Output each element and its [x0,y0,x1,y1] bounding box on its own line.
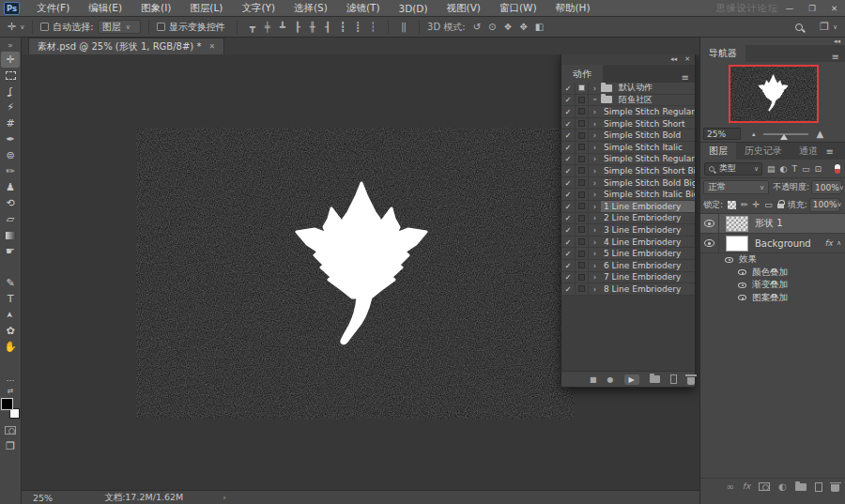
healing-brush-tool[interactable]: ⊜ [0,147,21,163]
layer-row-shape1[interactable]: 形状 1 [700,214,845,234]
panel-tab[interactable]: 通道 [791,143,826,160]
delete-layer-icon[interactable] [831,484,839,492]
zoom-slider-thumb[interactable] [780,134,788,140]
magic-wand-tool[interactable]: ⚡ [0,99,21,115]
record-button[interactable]: ● [607,375,614,384]
panel-tab[interactable]: 图层 [700,143,736,160]
new-layer-icon[interactable] [815,482,822,492]
action-dialog-toggle[interactable] [576,213,589,224]
collapse-dock-icon[interactable]: ◂◂ [834,38,840,45]
action-check-icon[interactable]: ✓ [561,165,576,176]
fill-input[interactable]: 100% ∨ [809,198,840,212]
eye-icon[interactable] [738,283,746,288]
new-set-button[interactable] [650,375,660,383]
action-check-icon[interactable]: ✓ [561,237,576,248]
action-row[interactable]: ✓ › Simple Stitch Regular [561,106,695,118]
menu-item[interactable]: 文件(F) [27,0,79,17]
minimize-button[interactable]: — [778,4,802,13]
lock-image-pixels-icon[interactable]: ✏ [741,201,748,209]
crop-tool[interactable]: # [0,115,21,131]
layer-thumbnail[interactable] [726,216,748,232]
type-tool[interactable]: T [0,291,21,307]
action-check-icon[interactable]: ✓ [561,189,576,200]
distribute-center-icon[interactable]: ┋ [355,22,361,32]
action-dialog-toggle[interactable] [576,83,589,94]
action-check-icon[interactable]: ✓ [561,95,576,106]
delete-action-button[interactable] [687,377,695,385]
menu-item[interactable]: 选择(S) [284,0,337,17]
action-label[interactable]: Simple Stitch Short [601,118,695,130]
pen-tool[interactable]: ✎ [0,275,21,291]
swap-colors-icon[interactable]: ⇄ [0,387,21,396]
canvas[interactable] [136,128,575,420]
hand-tool[interactable]: ✋ [0,339,21,355]
3d-rotate-icon[interactable]: ↺ [473,22,481,32]
action-row[interactable]: ✓ › 1 Line Embriodery [561,201,695,213]
menu-item[interactable]: 窗口(W) [490,0,546,17]
align-horizontal-centers-icon[interactable]: ╫ [310,22,315,32]
lasso-tool[interactable]: ʆ [0,84,21,99]
menu-item[interactable]: 文字(Y) [232,0,284,17]
navigator-thumbnail[interactable] [729,65,819,123]
eye-icon[interactable] [738,269,746,275]
brush-tool[interactable]: ✏ [0,163,21,179]
expand-arrow-icon[interactable]: › [589,249,601,258]
align-vertical-centers-icon[interactable]: ╪ [265,22,270,32]
menu-item[interactable]: 编辑(E) [79,0,131,17]
action-row[interactable]: ✓ › Simple Stitch Short [561,118,695,130]
zoom-tool[interactable] [0,355,21,371]
toolbar-collapse-icon[interactable]: » [0,38,21,52]
layer-thumbnail[interactable] [726,236,748,252]
layer-name[interactable]: 形状 1 [755,217,783,230]
panel-menu-icon[interactable]: ≡ [832,52,839,62]
edit-toolbar-button[interactable]: … [0,371,21,387]
action-row[interactable]: ✓ › Simple Stitch Italic Big [561,189,695,201]
action-dialog-toggle[interactable] [576,177,589,189]
action-dialog-toggle[interactable] [576,165,589,176]
align-top-edges-icon[interactable]: ┳ [250,22,255,32]
filter-smart-objects-icon[interactable]: ⊡ [814,164,822,174]
lock-artboard-icon[interactable]: ▭ [764,201,773,209]
group-layers-icon[interactable] [795,483,807,491]
navigator-view-box[interactable] [729,65,819,123]
action-dialog-toggle[interactable] [576,260,589,271]
filter-pixel-layers-icon[interactable]: ▤ [767,164,776,174]
expand-arrow-icon[interactable]: › [589,213,601,222]
action-row[interactable]: ✓ › 陌鱼社区 [561,95,695,107]
blend-mode-dropdown[interactable]: 正常 ∨ [703,180,769,194]
action-dialog-toggle[interactable] [576,154,589,165]
action-label[interactable]: 2 Line Embriodery [601,213,695,224]
action-row[interactable]: ✓ › 7 Line Embriodery [561,272,695,284]
action-check-icon[interactable]: ✓ [561,118,576,130]
expand-arrow-icon[interactable]: › [589,225,601,235]
play-button[interactable]: ▶ [624,374,639,385]
filter-adjustment-layers-icon[interactable]: ◐ [780,164,788,174]
status-chevron-icon[interactable]: › [223,493,226,502]
expand-arrow-icon[interactable]: › [589,284,601,294]
dodge-tool[interactable] [0,259,21,275]
expand-arrow-icon[interactable]: › [589,107,601,116]
color-swatches[interactable] [1,398,20,419]
eraser-tool[interactable]: ▱ [0,211,21,227]
3d-drag-icon[interactable]: ❖ [503,22,512,32]
distribute-left-icon[interactable]: ┇ [340,22,346,32]
action-check-icon[interactable]: ✓ [561,177,576,189]
expand-arrow-icon[interactable]: › [589,166,601,176]
distribute-right-icon[interactable]: ┆ [370,22,376,32]
layer-fx-badge[interactable]: fx ∧ [824,238,841,248]
foreground-color-swatch[interactable] [1,398,13,410]
action-check-icon[interactable]: ✓ [561,248,576,259]
custom-shape-tool[interactable]: ✿ [0,323,21,339]
action-row[interactable]: ✓ › Simple Stitch Bold [561,130,695,142]
effect-row[interactable]: 渐变叠加 [700,279,845,292]
expand-arrow-icon[interactable]: › [589,154,601,163]
visibility-toggle[interactable] [700,234,719,252]
visibility-toggle[interactable] [700,214,719,233]
stop-button[interactable]: ■ [590,375,597,384]
action-dialog-toggle[interactable] [576,224,589,236]
action-label[interactable]: Simple Stitch Italic [601,142,695,153]
action-label[interactable]: Simple Stitch Italic Big [601,189,695,200]
expand-arrow-icon[interactable]: › [589,84,601,93]
align-right-edges-icon[interactable]: ┨ [325,22,330,32]
action-dialog-toggle[interactable] [576,201,589,212]
